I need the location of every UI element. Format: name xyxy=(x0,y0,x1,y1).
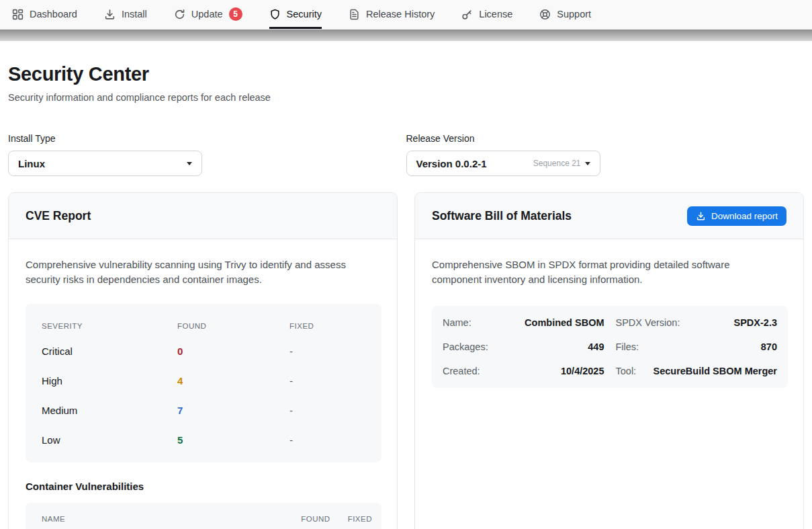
found-count: 5 xyxy=(177,434,289,446)
container-vulnerabilities-table-header: NAME FOUND FIXED xyxy=(26,503,381,529)
download-icon xyxy=(696,211,706,221)
severity-label: Medium xyxy=(42,405,177,416)
install-type-select[interactable]: Linux xyxy=(8,151,202,176)
table-row-medium: Medium 7 - xyxy=(26,395,381,425)
table-row-critical: Critical 0 - xyxy=(26,336,381,366)
refresh-icon xyxy=(174,9,185,20)
fixed-count: - xyxy=(289,345,365,357)
install-type-value: Linux xyxy=(18,158,45,169)
container-vulnerabilities-title: Container Vulnerabilities xyxy=(26,481,380,492)
nav-label: Security xyxy=(287,9,322,19)
column-header-name: NAME xyxy=(42,515,65,523)
severity-table-header: SEVERITY FOUND FIXED xyxy=(26,316,381,336)
sbom-description: Comprehensive SBOM in SPDX format provid… xyxy=(432,257,776,286)
nav-tab-install[interactable]: Install xyxy=(104,0,147,29)
cve-report-description: Comprehensive vulnerability scanning usi… xyxy=(26,257,376,286)
page-title: Security Center xyxy=(8,63,804,85)
sbom-header: Software Bill of Materials Download repo… xyxy=(415,193,803,239)
filters-row: Install Type Linux Release Version Versi… xyxy=(8,133,804,176)
main-content: Security Center Security information and… xyxy=(0,63,812,529)
column-header-fixed: FIXED xyxy=(348,515,372,523)
key-icon xyxy=(461,9,473,20)
nav-tab-release-history[interactable]: Release History xyxy=(349,0,435,29)
download-report-button[interactable]: Download report xyxy=(687,206,786,226)
fixed-count: - xyxy=(289,405,365,416)
page-subtitle: Security information and compliance repo… xyxy=(8,92,804,103)
nav-tab-security[interactable]: Security xyxy=(269,0,322,29)
update-count-badge: 5 xyxy=(229,7,242,21)
document-icon xyxy=(349,9,360,20)
nav-tab-support[interactable]: Support xyxy=(539,0,591,29)
column-header-fixed: FIXED xyxy=(289,322,365,330)
cve-report-title: CVE Report xyxy=(26,209,91,223)
release-version-value: Version 0.0.2-1 xyxy=(416,158,487,169)
fixed-count: - xyxy=(289,434,365,446)
life-buoy-icon xyxy=(539,9,551,20)
nav-tab-update[interactable]: Update 5 xyxy=(174,0,242,29)
sbom-detail-tool: Tool: SecureBuild SBOM Merger xyxy=(616,359,778,383)
table-row-high: High 4 - xyxy=(26,366,381,395)
chevron-down-icon xyxy=(585,162,590,165)
found-count: 0 xyxy=(177,345,289,357)
table-row-low: Low 5 - xyxy=(26,425,381,454)
nav-label: Install xyxy=(122,9,147,19)
scroll-shadow-band xyxy=(0,30,812,41)
install-type-label: Install Type xyxy=(8,133,406,144)
column-header-severity: SEVERITY xyxy=(42,322,177,330)
release-version-label: Release Version xyxy=(406,133,805,144)
sbom-detail-spdx-version: SPDX Version: SPDX-2.3 xyxy=(616,311,778,335)
severity-label: High xyxy=(42,375,177,386)
severity-label: Critical xyxy=(42,345,177,357)
sbom-details-table: Name: Combined SBOM SPDX Version: SPDX-2… xyxy=(432,306,788,388)
nav-label: Support xyxy=(557,9,591,19)
sbom-title: Software Bill of Materials xyxy=(432,209,572,223)
severity-table: SEVERITY FOUND FIXED Critical 0 - High 4… xyxy=(26,304,381,462)
release-version-select[interactable]: Version 0.0.2-1 Sequence 21 xyxy=(406,151,600,176)
sbom-detail-packages: Packages: 449 xyxy=(443,335,604,359)
found-count: 4 xyxy=(177,375,289,386)
column-header-found: FOUND xyxy=(177,322,289,330)
cve-report-card: CVE Report Comprehensive vulnerability s… xyxy=(8,192,398,529)
nav-tab-dashboard[interactable]: Dashboard xyxy=(12,0,77,29)
sbom-detail-files: Files: 870 xyxy=(616,335,778,359)
column-header-found: FOUND xyxy=(301,515,330,523)
nav-label: Release History xyxy=(366,9,435,19)
nav-tab-license[interactable]: License xyxy=(461,0,512,29)
sbom-card: Software Bill of Materials Download repo… xyxy=(414,192,804,529)
sbom-detail-created: Created: 10/4/2025 xyxy=(443,359,604,383)
nav-label: Dashboard xyxy=(30,9,77,19)
top-nav: Dashboard Install Update 5 Security xyxy=(0,0,812,30)
cve-report-header: CVE Report xyxy=(9,193,397,239)
sequence-badge: Sequence 21 xyxy=(533,159,581,168)
fixed-count: - xyxy=(289,375,365,386)
shield-icon xyxy=(269,9,281,20)
download-report-label: Download report xyxy=(711,211,778,221)
nav-label: License xyxy=(479,9,512,19)
chevron-down-icon xyxy=(187,162,192,165)
severity-label: Low xyxy=(42,434,177,446)
dashboard-grid-icon xyxy=(12,9,24,20)
found-count: 7 xyxy=(177,405,289,416)
nav-label: Update xyxy=(191,9,223,19)
sbom-detail-name: Name: Combined SBOM xyxy=(443,311,604,335)
download-icon xyxy=(104,9,116,20)
